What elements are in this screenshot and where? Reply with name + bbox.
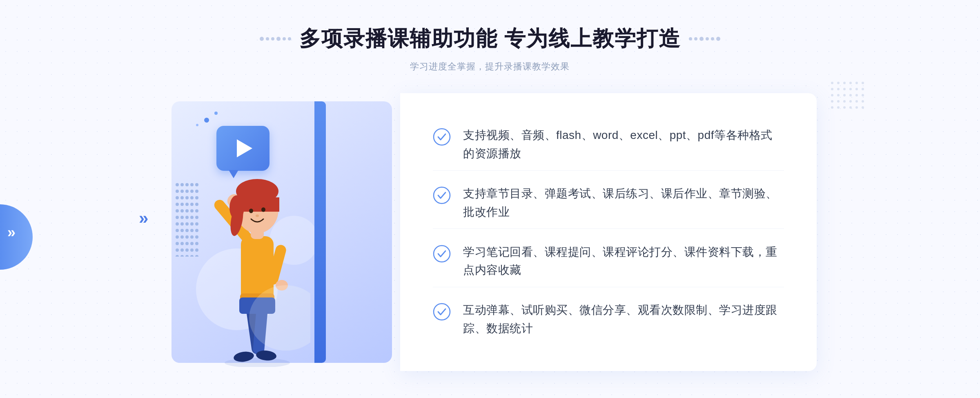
svg-point-25 <box>434 304 450 320</box>
person-figure <box>204 146 310 367</box>
striped-decoration <box>176 183 200 257</box>
page-subtitle: 学习进度全掌握，提升录播课教学效果 <box>260 60 720 73</box>
svg-point-18 <box>249 209 253 213</box>
title-dots-left <box>260 37 291 41</box>
svg-point-23 <box>434 187 450 203</box>
page-blue-circle <box>0 204 33 270</box>
illustration-panel: // Will be handled by SVG/CSS <box>163 93 400 371</box>
svg-point-24 <box>434 246 450 262</box>
svg-point-19 <box>261 208 265 212</box>
sparkle-dot-1 <box>204 118 209 123</box>
feature-item-2: 支持章节目录、弹题考试、课后练习、课后作业、章节测验、批改作业 <box>433 177 784 229</box>
dot-decoration-right <box>831 82 866 110</box>
check-icon-2 <box>433 186 451 204</box>
svg-point-22 <box>434 129 450 145</box>
sparkle-dot-3 <box>196 124 198 126</box>
header-title-row: 多项录播课辅助功能 专为线上教学打造 <box>260 25 720 53</box>
feature-item-1: 支持视频、音频、flash、word、excel、ppt、pdf等各种格式的资源… <box>433 119 784 171</box>
page-chevrons: » <box>7 224 13 241</box>
blue-vertical-bar <box>314 101 326 363</box>
svg-point-20 <box>256 215 259 217</box>
check-icon-3 <box>433 245 451 263</box>
feature-item-4: 互动弹幕、试听购买、微信分享、观看次数限制、学习进度跟踪、数据统计 <box>433 294 784 345</box>
page-title: 多项录播课辅助功能 专为线上教学打造 <box>299 25 681 53</box>
feature-text-2: 支持章节目录、弹题考试、课后练习、课后作业、章节测验、批改作业 <box>463 185 784 221</box>
feature-text-3: 学习笔记回看、课程提问、课程评论打分、课件资料下载，重点内容收藏 <box>463 243 784 280</box>
feature-text-1: 支持视频、音频、flash、word、excel、ppt、pdf等各种格式的资源… <box>463 126 784 163</box>
title-dots-right <box>689 37 720 41</box>
content-area: // Will be handled by SVG/CSS <box>163 93 817 371</box>
arrow-decoration: » <box>139 208 145 228</box>
check-icon-4 <box>433 303 451 321</box>
page-container: 多项录播课辅助功能 专为线上教学打造 学习进度全掌握，提升录播课教学效果 // <box>0 0 980 398</box>
header-section: 多项录播课辅助功能 专为线上教学打造 学习进度全掌握，提升录播课教学效果 <box>260 0 720 73</box>
check-icon-1 <box>433 128 451 146</box>
sparkle-dot-2 <box>214 112 218 115</box>
features-panel: 支持视频、音频、flash、word、excel、ppt、pdf等各种格式的资源… <box>400 93 817 371</box>
feature-item-3: 学习笔记回看、课程提问、课程评论打分、课件资料下载，重点内容收藏 <box>433 236 784 288</box>
feature-text-4: 互动弹幕、试听购买、微信分享、观看次数限制、学习进度跟踪、数据统计 <box>463 301 784 338</box>
